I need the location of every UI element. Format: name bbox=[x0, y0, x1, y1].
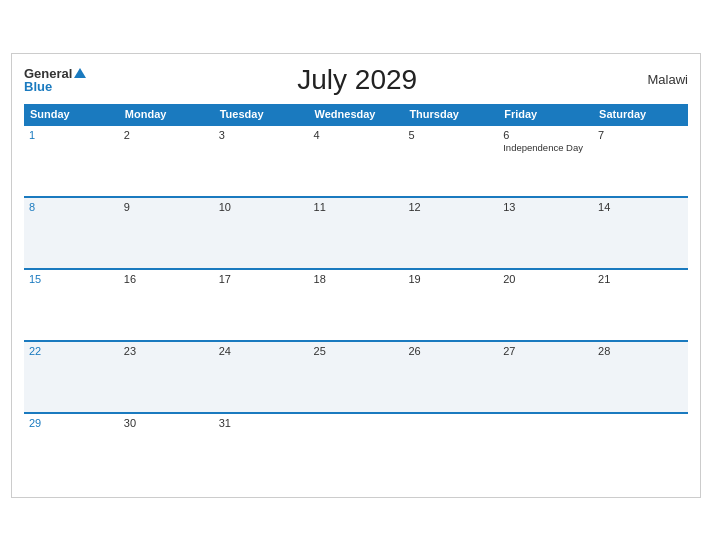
header-thursday: Thursday bbox=[403, 104, 498, 125]
day-number: 25 bbox=[314, 345, 399, 357]
day-number: 6 bbox=[503, 129, 588, 141]
calendar-cell: 14 bbox=[593, 197, 688, 269]
day-number: 19 bbox=[408, 273, 493, 285]
header-sunday: Sunday bbox=[24, 104, 119, 125]
day-event: Independence Day bbox=[503, 142, 583, 153]
day-number: 29 bbox=[29, 417, 114, 429]
day-number: 9 bbox=[124, 201, 209, 213]
calendar-cell: 13 bbox=[498, 197, 593, 269]
calendar-cell: 16 bbox=[119, 269, 214, 341]
calendar-cell: 2 bbox=[119, 125, 214, 197]
calendar-cell: 4 bbox=[309, 125, 404, 197]
calendar-cell: 23 bbox=[119, 341, 214, 413]
calendar-cell bbox=[403, 413, 498, 485]
calendar-cell: 10 bbox=[214, 197, 309, 269]
calendar-cell: 25 bbox=[309, 341, 404, 413]
calendar-cell: 3 bbox=[214, 125, 309, 197]
day-number: 31 bbox=[219, 417, 304, 429]
day-number: 28 bbox=[598, 345, 683, 357]
header-friday: Friday bbox=[498, 104, 593, 125]
day-number: 15 bbox=[29, 273, 114, 285]
table-row: 15161718192021 bbox=[24, 269, 688, 341]
calendar-cell: 29 bbox=[24, 413, 119, 485]
table-row: 22232425262728 bbox=[24, 341, 688, 413]
day-number: 8 bbox=[29, 201, 114, 213]
header-tuesday: Tuesday bbox=[214, 104, 309, 125]
table-row: 293031 bbox=[24, 413, 688, 485]
calendar-cell: 17 bbox=[214, 269, 309, 341]
logo: General Blue bbox=[24, 67, 86, 93]
calendar-cell: 18 bbox=[309, 269, 404, 341]
logo-triangle-icon bbox=[74, 68, 86, 78]
day-number: 11 bbox=[314, 201, 399, 213]
calendar-cell: 12 bbox=[403, 197, 498, 269]
header-saturday: Saturday bbox=[593, 104, 688, 125]
calendar-cell: 7 bbox=[593, 125, 688, 197]
day-number: 26 bbox=[408, 345, 493, 357]
day-number: 5 bbox=[408, 129, 493, 141]
day-number: 3 bbox=[219, 129, 304, 141]
calendar-grid: Sunday Monday Tuesday Wednesday Thursday… bbox=[24, 104, 688, 485]
calendar: General Blue July 2029 Malawi Sunday Mon… bbox=[11, 53, 701, 498]
calendar-cell: 22 bbox=[24, 341, 119, 413]
table-row: 123456Independence Day7 bbox=[24, 125, 688, 197]
day-number: 10 bbox=[219, 201, 304, 213]
calendar-cell: 30 bbox=[119, 413, 214, 485]
day-number: 18 bbox=[314, 273, 399, 285]
calendar-country: Malawi bbox=[628, 72, 688, 87]
day-number: 20 bbox=[503, 273, 588, 285]
day-number: 7 bbox=[598, 129, 683, 141]
day-number: 22 bbox=[29, 345, 114, 357]
weekday-header-row: Sunday Monday Tuesday Wednesday Thursday… bbox=[24, 104, 688, 125]
calendar-cell: 5 bbox=[403, 125, 498, 197]
header-wednesday: Wednesday bbox=[309, 104, 404, 125]
calendar-cell bbox=[309, 413, 404, 485]
day-number: 13 bbox=[503, 201, 588, 213]
calendar-cell: 27 bbox=[498, 341, 593, 413]
calendar-cell bbox=[498, 413, 593, 485]
calendar-cell: 21 bbox=[593, 269, 688, 341]
day-number: 17 bbox=[219, 273, 304, 285]
calendar-header: General Blue July 2029 Malawi bbox=[24, 64, 688, 96]
calendar-cell: 11 bbox=[309, 197, 404, 269]
calendar-title: July 2029 bbox=[86, 64, 628, 96]
calendar-cell: 31 bbox=[214, 413, 309, 485]
logo-general-text: General bbox=[24, 67, 72, 80]
day-number: 2 bbox=[124, 129, 209, 141]
calendar-cell: 15 bbox=[24, 269, 119, 341]
calendar-cell: 8 bbox=[24, 197, 119, 269]
calendar-cell: 1 bbox=[24, 125, 119, 197]
calendar-cell bbox=[593, 413, 688, 485]
day-number: 16 bbox=[124, 273, 209, 285]
day-number: 12 bbox=[408, 201, 493, 213]
day-number: 14 bbox=[598, 201, 683, 213]
calendar-cell: 24 bbox=[214, 341, 309, 413]
day-number: 30 bbox=[124, 417, 209, 429]
day-number: 23 bbox=[124, 345, 209, 357]
header-monday: Monday bbox=[119, 104, 214, 125]
calendar-cell: 26 bbox=[403, 341, 498, 413]
calendar-cell: 9 bbox=[119, 197, 214, 269]
table-row: 891011121314 bbox=[24, 197, 688, 269]
day-number: 4 bbox=[314, 129, 399, 141]
calendar-cell: 19 bbox=[403, 269, 498, 341]
day-number: 27 bbox=[503, 345, 588, 357]
calendar-cell: 28 bbox=[593, 341, 688, 413]
day-number: 24 bbox=[219, 345, 304, 357]
calendar-cell: 20 bbox=[498, 269, 593, 341]
calendar-cell: 6Independence Day bbox=[498, 125, 593, 197]
day-number: 21 bbox=[598, 273, 683, 285]
logo-blue-text: Blue bbox=[24, 80, 52, 93]
day-number: 1 bbox=[29, 129, 114, 141]
